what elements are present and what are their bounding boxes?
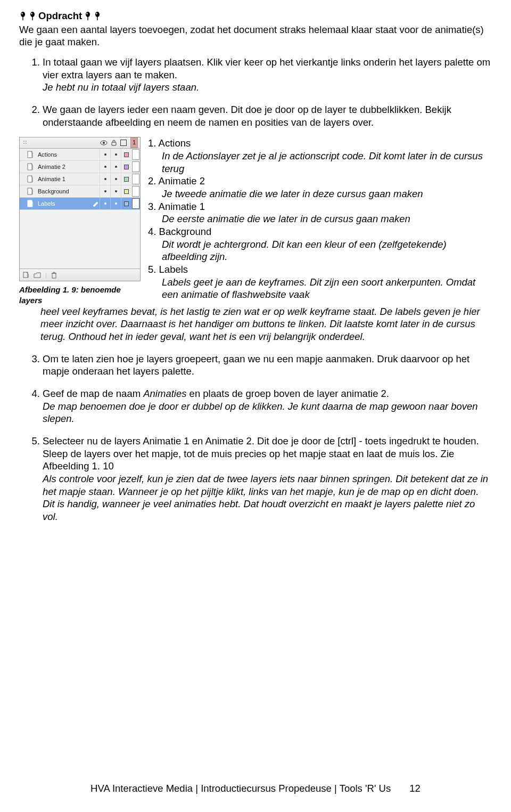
- item-number: 2.: [148, 175, 156, 186]
- visibility-cell: [100, 173, 110, 185]
- item-title: Animatie 1: [159, 201, 205, 212]
- new-folder-icon: [34, 272, 41, 278]
- svg-point-0: [21, 12, 25, 17]
- step-4-note: De map benoemen doe je door er dubbel op…: [43, 400, 492, 425]
- outline-color-cell: [121, 173, 131, 185]
- svg-rect-17: [28, 176, 32, 182]
- layer-page-icon: [26, 199, 35, 208]
- layer-page-icon: [26, 187, 35, 196]
- assignment-heading: Opdracht: [19, 10, 492, 22]
- pushpin-icon: [19, 11, 27, 21]
- frame-cell: [132, 149, 139, 160]
- pushpin-icon: [29, 11, 36, 21]
- item-number: 3.: [148, 201, 156, 212]
- item-number: 1.: [148, 137, 156, 149]
- item-description: Je tweede animatie die we later in deze …: [148, 188, 492, 200]
- visibility-cell: [100, 185, 110, 197]
- new-layer-icon: [23, 272, 29, 278]
- svg-point-5: [87, 13, 88, 14]
- step-3: Om te laten zien hoe je layers groepeert…: [43, 353, 492, 378]
- svg-rect-19: [28, 200, 32, 207]
- svg-rect-16: [28, 164, 32, 170]
- frame-cell: [132, 186, 139, 197]
- frame-number-cell: 1: [130, 137, 138, 148]
- layer-row: Actions: [20, 149, 140, 161]
- layer-description-item: 3. Animatie 1De eerste animatie die we l…: [148, 200, 492, 225]
- lock-icon: [111, 140, 117, 146]
- pushpin-icon: [84, 11, 92, 21]
- item-description: Labels geet je aan de keyframes. Dit zij…: [148, 276, 492, 301]
- layers-panel-header: 1: [20, 137, 140, 149]
- svg-point-6: [95, 12, 100, 17]
- layer-description-item: 1. ActionsIn de Actionslayer zet je al j…: [148, 137, 492, 175]
- svg-point-2: [30, 12, 35, 17]
- visibility-cell: [100, 198, 110, 209]
- step-1: In totaal gaan we vijf layers plaatsen. …: [43, 56, 492, 94]
- layer-page-icon: [26, 175, 35, 183]
- svg-point-8: [23, 141, 24, 142]
- layer-description-item: 4. BackgroundDit wordt je achtergrond. D…: [148, 225, 492, 263]
- svg-rect-14: [112, 142, 116, 145]
- figure-layers-panel: 1 ActionsAnimatie 2Animatie 1BackgroundL…: [19, 137, 141, 305]
- item-title: Animatie 2: [159, 175, 205, 186]
- step-5-note: Als controle voor jezelf, kun je zien da…: [43, 473, 492, 523]
- lock-cell: [110, 198, 121, 209]
- svg-rect-15: [28, 151, 32, 158]
- pushpin-icon: [94, 11, 101, 21]
- frame-cell: [132, 198, 139, 209]
- item-title: Actions: [159, 137, 191, 149]
- step-5-part1: Selecteer nu de layers Animatie 1 en Ani…: [43, 435, 492, 473]
- layer-page-icon: [26, 150, 35, 159]
- step-2-text: We gaan de layers ieder een naam geven. …: [43, 104, 451, 128]
- layer-name: Actions: [37, 151, 100, 158]
- visibility-cell: [100, 161, 110, 173]
- step-1-text: In totaal gaan we vijf layers plaatsen. …: [43, 56, 490, 80]
- frame-cell: [132, 161, 139, 172]
- layer-name: Labels: [37, 200, 91, 207]
- layers-panel: 1 ActionsAnimatie 2Animatie 1BackgroundL…: [19, 137, 141, 281]
- lock-cell: [110, 161, 121, 173]
- item-description: Dit wordt je achtergrond. Dit kan een kl…: [148, 238, 492, 263]
- outline-color-cell: [121, 149, 131, 160]
- layer-descriptions: 1. ActionsIn de Actionslayer zet je al j…: [148, 137, 492, 301]
- outline-color-cell: [121, 185, 131, 197]
- assignment-steps: In totaal gaan we vijf layers plaatsen. …: [19, 56, 492, 523]
- layers-panel-footer: |: [20, 269, 140, 281]
- layer-name: Animatie 1: [37, 175, 100, 183]
- panel-grip-icon: [20, 140, 31, 145]
- layer-description-item: 5. LabelsLabels geet je aan de keyframes…: [148, 263, 492, 301]
- page-number: 12: [409, 782, 421, 795]
- svg-point-9: [26, 141, 27, 142]
- svg-rect-18: [28, 188, 32, 194]
- visibility-cell: [100, 149, 110, 160]
- step-2: We gaan de layers ieder een naam geven. …: [43, 103, 492, 343]
- step-4-part2: en plaats de groep boven de layer animat…: [186, 388, 389, 399]
- svg-point-7: [96, 13, 97, 14]
- item-number: 4.: [148, 226, 156, 237]
- svg-point-13: [103, 142, 105, 144]
- step-3-text: Om te laten zien hoe je layers groepeert…: [43, 353, 492, 378]
- layer-description-item: 2. Animatie 2Je tweede animatie die we l…: [148, 175, 492, 200]
- outline-icon: [120, 140, 127, 146]
- svg-point-4: [86, 12, 90, 17]
- svg-point-1: [21, 13, 22, 14]
- step-4-part1: Geef de map de naam: [43, 388, 143, 399]
- heading-text: Opdracht: [38, 10, 82, 22]
- item-description: In de Actionslayer zet je al je actionsc…: [148, 150, 492, 175]
- item-title: Labels: [159, 264, 188, 275]
- step-4: Geef de map de naam Animaties en plaats …: [43, 387, 492, 425]
- labels-continuation: heel veel keyframes bevat, is het lastig…: [40, 305, 492, 343]
- item-number: 5.: [148, 264, 156, 275]
- step-1-note: Je hebt nu in totaal vijf layers staan.: [43, 82, 199, 93]
- item-title: Background: [159, 226, 212, 237]
- lock-cell: [110, 173, 121, 185]
- svg-point-3: [31, 13, 32, 14]
- footer-text: HVA Interactieve Media | Introductiecurs…: [90, 783, 391, 794]
- item-description: De eerste animatie die we later in de cu…: [148, 213, 492, 225]
- frame-cell: [132, 174, 139, 184]
- layer-row: Animatie 1: [20, 173, 140, 185]
- layer-row: Background: [20, 185, 140, 198]
- trash-icon: [51, 272, 57, 279]
- svg-point-11: [26, 143, 27, 144]
- eye-icon: [100, 140, 108, 145]
